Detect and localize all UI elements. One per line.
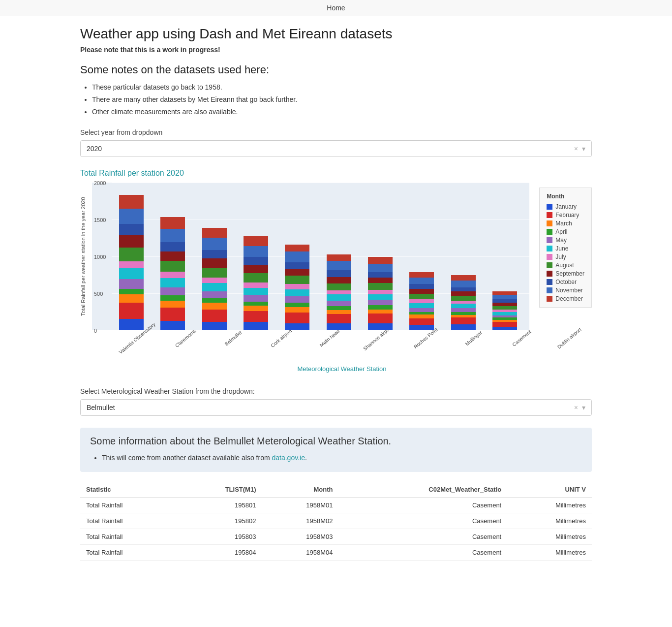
bar-segment-7-8: [409, 289, 434, 294]
legend-label-1: February: [555, 212, 579, 219]
bar-segment-9-10: [492, 295, 517, 299]
bar-segment-9-0: [492, 327, 517, 330]
bar-segment-3-11: [244, 236, 268, 246]
year-dropdown-clear-icon[interactable]: ×: [574, 145, 578, 153]
table-cell-3-1: 195804: [177, 544, 262, 560]
bar-segment-2-6: [202, 278, 227, 283]
bar-segment-9-8: [492, 303, 517, 306]
station-dropdown[interactable]: Belmullet × ▾: [80, 399, 592, 416]
bar-segment-4-8: [285, 269, 309, 276]
bar-segment-8-11: [451, 275, 476, 281]
legend-item-0: January: [547, 203, 584, 210]
legend-label-10: November: [555, 287, 582, 294]
legend-color-4: [547, 237, 552, 243]
station-dropdown-chevron-icon[interactable]: ▾: [582, 404, 585, 411]
col-month: Month: [262, 482, 338, 498]
bar-segment-0-8: [119, 235, 144, 247]
bar-segment-2-10: [202, 238, 227, 250]
bar-segment-0-10: [119, 209, 144, 224]
bar-segment-1-3: [160, 295, 185, 301]
table-cell-0-4: Millimetres: [507, 497, 592, 513]
bar-segment-2-4: [202, 291, 227, 298]
legend-item-2: March: [547, 220, 584, 227]
legend-color-9: [547, 279, 552, 285]
legend-color-3: [547, 229, 552, 235]
notes-title: Some notes on the datasets used here:: [80, 63, 592, 76]
main-content: Weather app using Dash and Met Eireann d…: [65, 16, 607, 570]
bar-segment-8-9: [451, 287, 476, 291]
notes-item-3: Other climate measurements are also avai…: [92, 106, 592, 118]
bar-segment-6-5: [368, 294, 393, 300]
bar-segment-7-0: [409, 325, 434, 330]
legend-color-10: [547, 287, 552, 293]
table-cell-0-1: 195801: [177, 497, 262, 513]
bar-segment-6-0: [368, 323, 393, 330]
bar-segment-1-1: [160, 308, 185, 321]
bar-segment-3-7: [244, 273, 268, 282]
bar-segment-4-1: [285, 313, 309, 323]
table-cell-2-2: 1958M03: [262, 529, 338, 544]
bar-segment-9-7: [492, 306, 517, 310]
bar-segment-4-9: [285, 262, 309, 269]
year-dropdown[interactable]: 2020 × ▾: [80, 140, 592, 157]
bar-segment-0-1: [119, 303, 144, 319]
bar-group-1: [153, 188, 192, 330]
chart-y-axis-label: Total Rainfall per weather station in th…: [80, 183, 90, 330]
bar-segment-6-2: [368, 310, 393, 314]
bar-segment-8-8: [451, 291, 476, 295]
bar-segment-7-5: [409, 303, 434, 308]
table-row: Total Rainfall1958021958M02CasementMilli…: [80, 513, 592, 529]
year-dropdown-chevron-icon[interactable]: ▾: [582, 145, 585, 153]
legend-label-8: September: [555, 270, 584, 277]
table-row: Total Rainfall1958041958M04CasementMilli…: [80, 544, 592, 560]
chart-section: Total Rainfall per station 2020 Total Ra…: [80, 169, 592, 373]
bar-segment-4-7: [285, 276, 309, 284]
chart-legend: Month JanuaryFebruaryMarchAprilMayJuneJu…: [539, 188, 592, 308]
bar-segment-9-1: [492, 322, 517, 326]
x-label-3: Cork airport: [270, 328, 293, 348]
station-info-title: Some information about the Belmullet Met…: [90, 436, 582, 447]
bar-segment-0-3: [119, 289, 144, 294]
legend-item-8: September: [547, 270, 584, 277]
bar-segment-4-2: [285, 307, 309, 313]
station-dropdown-value: Belmullet: [87, 404, 574, 411]
bar-segment-7-9: [409, 284, 434, 289]
bar-group-7: [402, 188, 441, 330]
app-title: Weather app using Dash and Met Eireann d…: [80, 26, 592, 42]
nav-home-link[interactable]: Home: [327, 4, 345, 12]
bar-group-0: [112, 188, 151, 330]
col-c02met: C02Met_Weather_Statio: [338, 482, 507, 498]
station-info-item-1: This will come from another dataset avai…: [102, 452, 582, 464]
station-info-link[interactable]: data.gov.ie: [272, 454, 305, 462]
bar-segment-8-10: [451, 281, 476, 287]
bar-segment-7-6: [409, 299, 434, 303]
bar-segment-7-11: [409, 272, 434, 277]
legend-item-4: May: [547, 237, 584, 244]
notes-list: These particular datasets go back to 195…: [80, 81, 592, 119]
station-dropdown-clear-icon[interactable]: ×: [574, 404, 578, 411]
bar-segment-1-0: [160, 321, 185, 330]
bar-segment-2-5: [202, 283, 227, 291]
bar-segment-3-5: [244, 288, 268, 295]
legend-color-1: [547, 212, 552, 218]
x-label-8: Casement: [511, 329, 532, 347]
bar-group-2: [195, 188, 234, 330]
bar-segment-0-6: [119, 261, 144, 268]
table-cell-2-0: Total Rainfall: [80, 529, 177, 544]
legend-label-3: April: [555, 228, 567, 235]
legend-title: Month: [547, 193, 584, 200]
x-label-7: Mullingar: [464, 330, 483, 347]
legend-label-6: July: [555, 253, 566, 260]
bar-segment-9-9: [492, 299, 517, 303]
bar-segment-1-10: [160, 229, 185, 242]
legend-label-9: October: [555, 279, 577, 285]
chart-x-axis-label: Meteorological Weather Station: [92, 365, 592, 373]
station-info-text-before: This will come from another dataset avai…: [102, 454, 272, 462]
bar-segment-3-0: [244, 322, 268, 330]
legend-color-2: [547, 220, 552, 226]
bar-segment-1-7: [160, 261, 185, 272]
bar-segment-2-9: [202, 250, 227, 258]
notes-item-1: These particular datasets go back to 195…: [92, 81, 592, 94]
year-dropdown-value: 2020: [87, 145, 574, 153]
bar-segment-0-0: [119, 319, 144, 330]
